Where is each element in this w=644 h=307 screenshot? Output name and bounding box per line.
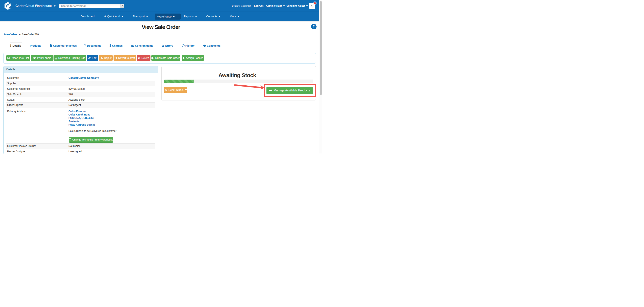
svg-text:PDF: PDF [55, 58, 57, 59]
